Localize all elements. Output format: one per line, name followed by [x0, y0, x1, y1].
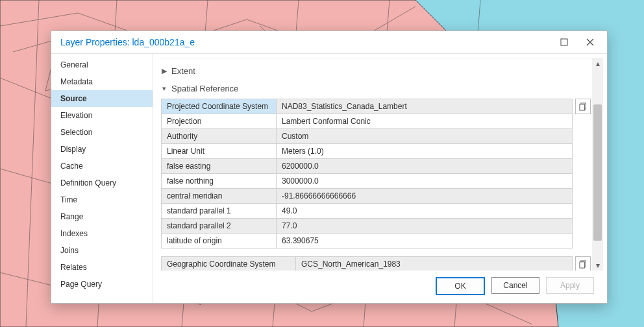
property-key: standard parallel 2 [162, 219, 277, 234]
chevron-right-icon: ▶ [161, 67, 167, 75]
sidebar-item-display[interactable]: Display [51, 141, 153, 158]
property-key: Projection [162, 114, 277, 129]
svg-rect-3 [579, 104, 584, 110]
property-key: Projected Coordinate System [162, 99, 277, 114]
apply-button-label: Apply [560, 281, 580, 290]
sidebar-item-selection[interactable]: Selection [51, 124, 153, 141]
close-button[interactable] [577, 33, 603, 51]
table-row[interactable]: central meridian-91.86666666666666 [162, 189, 573, 204]
property-key: false easting [162, 159, 277, 174]
copy-spatial-reference-button[interactable] [575, 99, 591, 114]
property-value: -91.86666666666666 [277, 189, 573, 204]
scroll-up-icon[interactable]: ▴ [592, 58, 603, 69]
property-value: 3000000.0 [277, 174, 573, 189]
apply-button: Apply [546, 277, 594, 294]
table-row[interactable]: Geographic Coordinate SystemGCS_North_Am… [162, 257, 573, 271]
vertical-scrollbar[interactable]: ▴ ▾ [592, 58, 603, 271]
property-key: Authority [162, 129, 277, 144]
sidebar-item-elevation[interactable]: Elevation [51, 107, 153, 124]
property-value: Lambert Conformal Conic [277, 114, 573, 129]
sidebar-item-source[interactable]: Source [51, 90, 153, 107]
table-row[interactable]: Linear UnitMeters (1.0) [162, 144, 573, 159]
cancel-button-label: Cancel [503, 281, 527, 290]
property-key: Linear Unit [162, 144, 277, 159]
spatial-reference-section-header[interactable]: ▾ Spatial Reference [161, 81, 591, 99]
geographic-cs-table: Geographic Coordinate SystemGCS_North_Am… [161, 256, 573, 271]
svg-rect-1 [561, 39, 567, 45]
cancel-button[interactable]: Cancel [491, 277, 539, 294]
property-value: Meters (1.0) [277, 144, 573, 159]
table-row[interactable]: ProjectionLambert Conformal Conic [162, 114, 573, 129]
titlebar: Layer Properties: lda_000b21a_e [51, 31, 607, 53]
scrollbar-thumb[interactable] [593, 104, 602, 241]
sidebar-item-joins[interactable]: Joins [51, 242, 153, 259]
sidebar-item-cache[interactable]: Cache [51, 158, 153, 175]
sidebar-item-general[interactable]: General [51, 56, 153, 73]
dialog-footer: OK Cancel Apply [161, 271, 603, 303]
spatial-reference-table: Projected Coordinate SystemNAD83_Statist… [161, 99, 573, 248]
table-row[interactable]: false easting6200000.0 [162, 159, 573, 174]
sidebar-item-metadata[interactable]: Metadata [51, 73, 153, 90]
property-value: 63.390675 [277, 234, 573, 248]
svg-rect-5 [579, 261, 584, 267]
property-key: false northing [162, 174, 277, 189]
sidebar-item-indexes[interactable]: Indexes [51, 225, 153, 242]
spatial-reference-section-label: Spatial Reference [171, 84, 238, 93]
layer-properties-dialog: Layer Properties: lda_000b21a_e GeneralM… [51, 30, 608, 304]
property-value: Custom [277, 129, 573, 144]
sidebar-item-definition-query[interactable]: Definition Query [51, 175, 153, 191]
property-value: 6200000.0 [277, 159, 573, 174]
sidebar-item-range[interactable]: Range [51, 208, 153, 225]
extent-section-label: Extent [171, 66, 195, 76]
sidebar-item-time[interactable]: Time [51, 191, 153, 208]
property-key: latitude of origin [162, 234, 277, 248]
dialog-title: Layer Properties: lda_000b21a_e [60, 37, 551, 47]
table-row[interactable]: AuthorityCustom [162, 129, 573, 144]
copy-gcs-button[interactable] [575, 256, 591, 271]
maximize-button[interactable] [551, 33, 577, 51]
property-key: standard parallel 1 [162, 204, 277, 219]
table-row[interactable]: latitude of origin63.390675 [162, 234, 573, 248]
ok-button[interactable]: OK [436, 277, 485, 295]
scroll-down-icon[interactable]: ▾ [592, 260, 603, 271]
property-value: 77.0 [277, 219, 573, 234]
property-value: 49.0 [277, 204, 573, 219]
chevron-down-icon: ▾ [161, 84, 167, 93]
property-value: NAD83_Statistics_Canada_Lambert [277, 99, 573, 114]
table-row[interactable]: false northing3000000.0 [162, 174, 573, 189]
property-key: central meridian [162, 189, 277, 204]
sidebar-item-relates[interactable]: Relates [51, 259, 153, 276]
table-row[interactable]: standard parallel 149.0 [162, 204, 573, 219]
ok-button-label: OK [454, 282, 465, 291]
sidebar-item-page-query[interactable]: Page Query [51, 276, 153, 293]
property-key: Geographic Coordinate System [162, 257, 296, 271]
table-row[interactable]: Projected Coordinate SystemNAD83_Statist… [162, 99, 573, 114]
table-row[interactable]: standard parallel 277.0 [162, 219, 573, 234]
properties-panel: ▶ Extent ▾ Spatial Reference Projected C… [161, 58, 591, 271]
category-sidebar[interactable]: GeneralMetadataSourceElevationSelectionD… [51, 54, 153, 303]
extent-section-header[interactable]: ▶ Extent [161, 64, 591, 81]
property-value: GCS_North_American_1983 [296, 257, 573, 271]
